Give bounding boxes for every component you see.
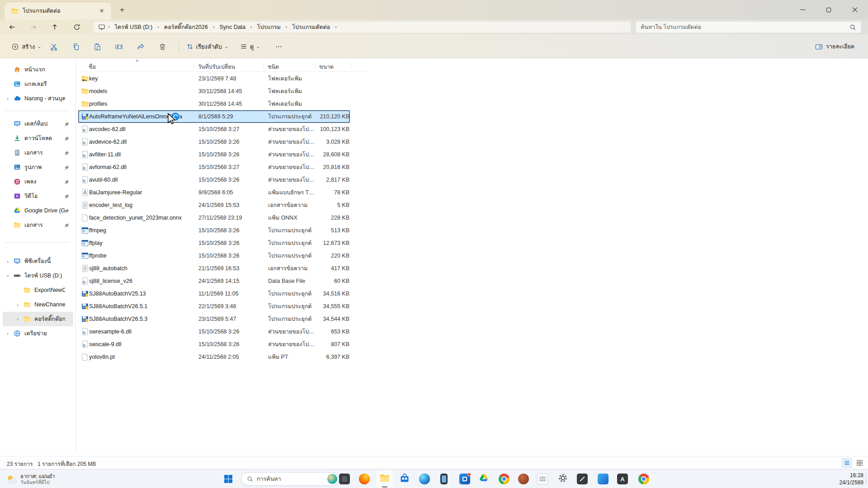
rename-button[interactable] xyxy=(111,38,127,55)
tree-expander-icon[interactable]: › xyxy=(14,317,21,322)
file-row-key[interactable]: key23/1/2569 7:48โฟลเดอร์แฟ้ม xyxy=(78,72,350,85)
taskbar-app-notepad-icon[interactable] xyxy=(533,470,552,488)
show-desktop-button[interactable] xyxy=(866,473,868,485)
column-header-size[interactable]: ขนาด xyxy=(319,62,334,71)
sidebar-item-หน้าแรก[interactable]: หน้าแรก xyxy=(3,62,73,77)
file-row-yolov8n.pt[interactable]: yolov8n.pt24/11/2568 2:05แฟ้ม PT6,397 KB xyxy=(78,351,350,363)
breadcrumb-segment[interactable]: คอร์สติ๊กต๊อก2026 xyxy=(161,22,211,33)
sort-button[interactable]: เรียงลำดับ⌄ xyxy=(184,38,231,55)
cut-button[interactable] xyxy=(46,38,62,55)
taskbar-app-firefox-icon[interactable] xyxy=(355,470,373,488)
sidebar-item-รูปภาพ[interactable]: รูปภาพ xyxy=(3,160,73,174)
taskbar-app-phone-link-icon[interactable] xyxy=(435,470,453,488)
file-row-ffmpeg[interactable]: ffmpeg15/10/2568 3:26โปรแกรมประยุกต์513 … xyxy=(78,224,350,237)
breadcrumb-segment[interactable]: ไดรฟ์ USB (D:) xyxy=(112,22,156,33)
share-button[interactable] xyxy=(132,38,149,55)
sidebar-item-แกลเลอรี[interactable]: แกลเลอรี xyxy=(3,77,73,91)
search-box[interactable]: ค้นหาใน โปรแกรมตัดต่อ xyxy=(636,21,861,33)
file-row-avdevice-62.dll[interactable]: avdevice-62.dll15/10/2568 3:26ส่วนขยายขอ… xyxy=(78,136,350,148)
file-row-avformat-62.dll[interactable]: avformat-62.dll15/10/2568 3:27ส่วนขยายขอ… xyxy=(78,161,350,174)
new-button[interactable]: สร้าง⌄ xyxy=(6,38,46,55)
file-row-swscale-9.dll[interactable]: swscale-9.dll15/10/2568 3:26ส่วนขยายของโ… xyxy=(78,338,350,351)
taskbar-search-box[interactable]: การค้นหา xyxy=(241,472,340,486)
file-row-sj88_license_v26[interactable]: sj88_license_v2624/1/2569 14:15Data Base… xyxy=(78,275,350,287)
file-row-swresample-6.dll[interactable]: swresample-6.dll15/10/2568 3:26ส่วนขยายข… xyxy=(78,325,350,338)
taskbar-app-brown-app-icon[interactable] xyxy=(514,470,533,488)
taskbar-app-a-dark-app-icon[interactable]: A xyxy=(613,470,632,488)
details-pane-button[interactable]: รายละเอียด xyxy=(811,38,858,55)
taskbar-app-chrome-icon[interactable] xyxy=(635,470,653,488)
maximize-button[interactable] xyxy=(816,0,842,19)
taskbar-app-pen-app-icon[interactable] xyxy=(573,470,591,488)
tree-expander-icon[interactable]: › xyxy=(14,302,21,307)
close-button[interactable] xyxy=(842,0,868,19)
weather-widget[interactable]: อากาศ: แม่นยำ วันจันทร์ที่ดีไป xyxy=(3,471,58,487)
taskbar-app-file-explorer-icon[interactable] xyxy=(376,470,394,488)
file-row-SJ88AutoBatchV25.13[interactable]: SJ88AutoBatchV25.1311/1/2569 11:05โปรแกร… xyxy=(78,287,350,300)
back-button[interactable] xyxy=(6,21,18,33)
sidebar-item-วิดีโอ[interactable]: วิดีโอ xyxy=(3,189,73,203)
file-row-models[interactable]: models30/11/2568 14:45โฟลเดอร์แฟ้ม xyxy=(78,85,350,98)
minimize-button[interactable] xyxy=(789,0,816,19)
column-header-date[interactable]: วันที่ปรับเปลี่ยน xyxy=(198,62,235,71)
file-row-face_detection_yunet_2023mar.onnx[interactable]: face_detection_yunet_2023mar.onnx27/11/2… xyxy=(78,211,350,224)
more-options-button[interactable] xyxy=(270,38,287,55)
sidebar-item-NewChannel[interactable]: ›NewChannel xyxy=(3,297,73,312)
breadcrumb-chevron-icon[interactable]: › xyxy=(333,24,339,29)
new-tab-button[interactable]: + xyxy=(117,5,127,15)
start-button[interactable] xyxy=(219,470,237,488)
sidebar-item-พีซีเครื่องนี้[interactable]: ›พีซีเครื่องนี้ xyxy=(3,254,73,268)
file-row-SJ88AutoBatchV26.5.3[interactable]: SJ88AutoBatchV26.5.323/1/2569 5:47โปรแกร… xyxy=(78,313,350,325)
file-row-profiles[interactable]: profiles30/11/2568 14:45โฟลเดอร์แฟ้ม xyxy=(78,98,350,110)
sidebar-item-เอกสาร[interactable]: เอกสาร xyxy=(3,218,73,232)
sidebar-item-คอร์สติ๊กต๊อก2026[interactable]: ›คอร์สติ๊กต๊อก2026 xyxy=(3,312,73,326)
sidebar-item-ไดรฟ์-USB-(D:)[interactable]: ›ไดรฟ์ USB (D:) xyxy=(3,268,73,283)
large-icons-view-toggle[interactable] xyxy=(854,458,864,468)
refresh-button[interactable] xyxy=(71,21,83,33)
breadcrumb-segment[interactable]: โปรแกรม xyxy=(254,22,284,33)
file-row-avcodec-62.dll[interactable]: avcodec-62.dll15/10/2568 3:27ส่วนขยายของ… xyxy=(78,123,350,136)
taskbar-app-chrome-icon[interactable] xyxy=(495,470,513,488)
file-row-SJ88AutoBatchV26.5.1[interactable]: SJ88AutoBatchV26.5.122/1/2569 3:46โปรแกร… xyxy=(78,300,350,313)
taskbar-app-google-drive-icon[interactable] xyxy=(475,470,493,488)
delete-button[interactable] xyxy=(154,38,170,55)
up-button[interactable] xyxy=(49,21,61,33)
sidebar-item-ดาวน์โหลด[interactable]: ดาวน์โหลด xyxy=(3,131,73,145)
taskbar-app-blue-app-icon[interactable] xyxy=(456,470,474,488)
file-row-avfilter-11.dll[interactable]: avfilter-11.dll15/10/2568 3:26ส่วนขยายขอ… xyxy=(78,148,350,161)
file-row-encoder_test_log[interactable]: encoder_test_log24/1/2569 15:53เอกสารข้อ… xyxy=(78,199,350,211)
taskbar-app-blue-square-app-icon[interactable] xyxy=(594,470,612,488)
sidebar-item-Google-Drive-(G:)[interactable]: Google Drive (G:) xyxy=(3,203,73,218)
tree-expander-icon[interactable]: › xyxy=(5,259,11,264)
file-row-sj88_autobatch[interactable]: sj88_autobatch21/1/2569 16:53เอกสารข้อคว… xyxy=(78,262,350,275)
sidebar-item-เพลง[interactable]: เพลง xyxy=(3,174,73,189)
tree-expander-icon[interactable]: › xyxy=(5,96,11,101)
taskbar-app-settings-gear-icon[interactable] xyxy=(554,470,572,488)
breadcrumb[interactable]: ›ไดรฟ์ USB (D:)›คอร์สติ๊กต๊อก2026›Sync D… xyxy=(93,21,631,33)
details-view-toggle[interactable] xyxy=(842,458,852,468)
copy-button[interactable] xyxy=(68,38,84,55)
file-row-BaiJamjuree-Regular[interactable]: BaiJamjuree-Regular9/9/2568 6:05แฟ้มแบบอ… xyxy=(78,186,350,199)
taskbar-app-dark-app-icon[interactable] xyxy=(335,470,354,488)
file-row-avutil-60.dll[interactable]: avutil-60.dll15/10/2568 3:26ส่วนขยายของโ… xyxy=(78,174,350,186)
sidebar-item-เอกสาร[interactable]: เอกสาร xyxy=(3,145,73,160)
taskbar-app-edge-icon[interactable] xyxy=(415,470,434,488)
sidebar-item-เครือข่าย[interactable]: ›เครือข่าย xyxy=(3,326,73,341)
explorer-tab[interactable]: โปรแกรมตัดต่อ ✕ xyxy=(5,2,111,19)
paste-button[interactable] xyxy=(89,38,105,55)
file-row-ffplay[interactable]: ffplay15/10/2568 3:26โปรแกรมประยุกต์12,6… xyxy=(78,237,350,249)
taskbar-app-microsoft-store-icon[interactable] xyxy=(396,470,414,488)
file-row-AutoReframeYuNetAiLensOnnxCuda[interactable]: AutoReframeYuNetAiLensOnnxCuda8/1/2569 5… xyxy=(78,110,350,123)
view-button[interactable]: ดู⌄ xyxy=(236,38,264,55)
breadcrumb-segment[interactable]: Sync Data xyxy=(216,23,249,31)
tab-close-icon[interactable]: ✕ xyxy=(97,6,107,16)
breadcrumb-segment[interactable]: โปรแกรมตัดต่อ xyxy=(289,22,333,33)
forward-button[interactable] xyxy=(28,21,39,33)
file-row-ffprobe[interactable]: ffprobe15/10/2568 3:26โปรแกรมประยุกต์220… xyxy=(78,249,350,262)
sidebar-item-เดสก์ท็อป[interactable]: เดสก์ท็อป xyxy=(3,117,73,131)
column-header-type[interactable]: ชนิด xyxy=(268,62,279,71)
tree-expander-icon[interactable]: › xyxy=(5,272,10,279)
taskbar-clock[interactable]: 16:28 24/1/2569 xyxy=(840,472,863,486)
column-header-name[interactable]: ชื่อ xyxy=(89,62,96,71)
sidebar-item-Narong---ส่วนบุคคล[interactable]: ›Narong - ส่วนบุคคล xyxy=(3,91,73,106)
